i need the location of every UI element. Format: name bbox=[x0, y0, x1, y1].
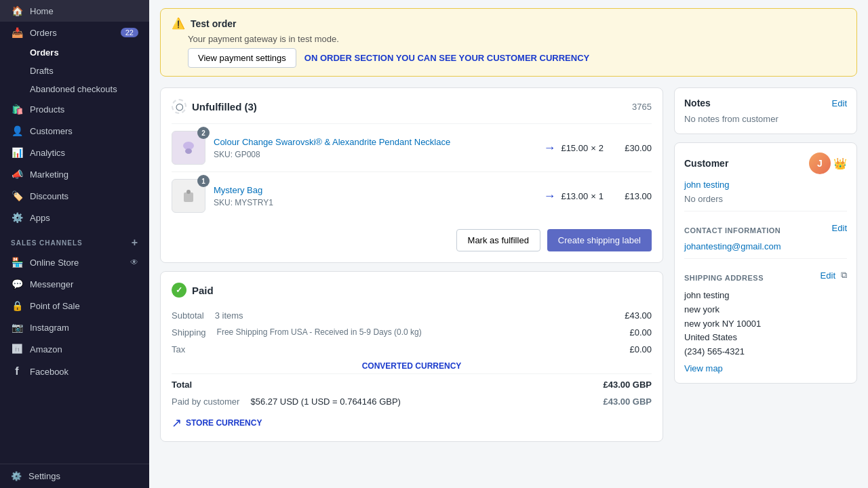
sidebar-item-marketing[interactable]: 📣 Marketing bbox=[0, 163, 149, 185]
view-payment-settings-button[interactable]: View payment settings bbox=[188, 48, 296, 68]
unfulfilled-title: ◯ Unfulfilled (3) bbox=[172, 99, 257, 114]
sidebar-item-pos[interactable]: 🔒 Point of Sale bbox=[0, 295, 149, 317]
order-item-2: 1 Mystery Bag SKU: MYSTRY1 → £13.00 × 1 bbox=[172, 171, 652, 220]
customer-info: john testing bbox=[684, 180, 847, 190]
shipping-row: Shipping Free Shipping From USA - Receiv… bbox=[172, 324, 652, 341]
contact-header: CONTACT INFORMATION bbox=[684, 226, 781, 235]
item-1-total: £30.00 bbox=[614, 143, 652, 153]
sidebar-item-orders[interactable]: 📥 Orders 22 bbox=[0, 22, 149, 43]
item-2-qty-badge: 1 bbox=[197, 175, 210, 187]
pos-icon: 🔒 bbox=[11, 300, 23, 311]
create-shipping-label-button[interactable]: Create shipping label bbox=[547, 229, 652, 251]
sidebar-item-facebook[interactable]: f Facebook bbox=[0, 360, 149, 383]
svg-point-3 bbox=[186, 190, 191, 194]
paid-icon: ✓ bbox=[172, 283, 186, 298]
sidebar-subitem-abandoned[interactable]: Abandoned checkouts bbox=[0, 80, 149, 98]
item-1-unit-price: £15.00 bbox=[561, 143, 588, 153]
sidebar-label-analytics: Analytics bbox=[30, 148, 65, 158]
banner-title: ⚠️ Test order bbox=[172, 17, 846, 30]
sidebar-label-apps: Apps bbox=[30, 213, 50, 223]
orders-badge: 22 bbox=[121, 28, 138, 37]
order-number: 3765 bbox=[632, 102, 652, 112]
item-2-pricing: → £13.00 × 1 £13.00 bbox=[543, 189, 652, 203]
customer-card: Customer J 👑 john testing No orders CONT… bbox=[674, 142, 857, 384]
sales-channels-header: SALES CHANNELS + bbox=[0, 228, 149, 251]
item-2-unit-price: £13.00 bbox=[561, 191, 588, 201]
sidebar-label-orders: Orders bbox=[30, 28, 57, 38]
sidebar-label-facebook: Facebook bbox=[30, 367, 68, 377]
unfulfilled-card: ◯ Unfulfilled (3) 3765 2 Colour Change S… bbox=[160, 87, 663, 263]
online-store-icon: 🏪 bbox=[11, 257, 23, 268]
notes-title: Notes bbox=[684, 98, 711, 108]
svg-point-1 bbox=[185, 148, 192, 154]
customer-header: Customer J 👑 bbox=[684, 152, 847, 174]
sidebar-label-customers: Customers bbox=[30, 126, 73, 136]
item-2-total: £13.00 bbox=[614, 191, 652, 201]
paid-by-row: Paid by customer $56.27 USD (1 USD = 0.7… bbox=[172, 393, 652, 410]
home-icon: 🏠 bbox=[11, 5, 23, 16]
shipping-address-section: SHIPPING ADDRESS Edit ⧉ john testing new… bbox=[684, 258, 847, 373]
marketing-icon: 📣 bbox=[11, 169, 23, 180]
sidebar-item-home[interactable]: 🏠 Home bbox=[0, 0, 149, 22]
customer-avatar-wrap: J 👑 bbox=[809, 152, 847, 174]
sidebar-item-messenger[interactable]: 💬 Messenger bbox=[0, 273, 149, 295]
item-1-name[interactable]: Colour Change Swarovski® & Alexandrite P… bbox=[214, 136, 535, 148]
sidebar-label-instagram: Instagram bbox=[30, 323, 69, 333]
customer-name-link[interactable]: john testing bbox=[684, 180, 730, 190]
sidebar-item-instagram[interactable]: 📷 Instagram bbox=[0, 317, 149, 338]
sidebar-item-amazon[interactable]: 🅰 Amazon bbox=[0, 338, 149, 360]
contact-email[interactable]: johantesting@gmail.com bbox=[684, 241, 781, 251]
instagram-icon: 📷 bbox=[11, 322, 23, 333]
item-2-img-wrap: 1 bbox=[172, 179, 205, 213]
item-1-qty: 2 bbox=[599, 143, 604, 153]
mark-as-fulfilled-button[interactable]: Mark as fulfilled bbox=[456, 229, 540, 251]
online-store-eye-icon: 👁 bbox=[130, 258, 138, 267]
discounts-icon: 🏷️ bbox=[11, 190, 23, 201]
sidebar-item-discounts[interactable]: 🏷️ Discounts bbox=[0, 185, 149, 207]
apps-icon: ⚙️ bbox=[11, 212, 23, 223]
notes-edit-button[interactable]: Edit bbox=[832, 98, 847, 108]
add-sales-channel-icon[interactable]: + bbox=[132, 237, 138, 249]
shipping-edit-button[interactable]: Edit bbox=[821, 270, 835, 281]
contact-edit-button[interactable]: Edit bbox=[832, 223, 847, 233]
sidebar-item-customers[interactable]: 👤 Customers bbox=[0, 120, 149, 142]
item-2-info: Mystery Bag SKU: MYSTRY1 bbox=[214, 184, 535, 207]
amazon-icon: 🅰 bbox=[11, 344, 23, 354]
store-currency-note: ↗ STORE CURRENCY bbox=[172, 415, 652, 430]
sidebar-item-analytics[interactable]: 📊 Analytics bbox=[0, 142, 149, 163]
sidebar-label-discounts: Discounts bbox=[30, 191, 68, 201]
item-2-name[interactable]: Mystery Bag bbox=[214, 184, 535, 197]
sidebar-subitem-orders[interactable]: Orders bbox=[0, 43, 149, 62]
order-item-1: 2 Colour Change Swarovski® & Alexandrite… bbox=[172, 123, 652, 171]
sidebar: 🏠 Home 📥 Orders 22 Orders Drafts Abandon… bbox=[0, 0, 149, 488]
banner-subtitle: Your payment gateway is in test mode. bbox=[188, 34, 846, 44]
contact-info-section: CONTACT INFORMATION Edit johantesting@gm… bbox=[684, 211, 847, 251]
banner-actions: View payment settings ON ORDER SECTION Y… bbox=[188, 48, 846, 68]
customer-avatar: J bbox=[809, 152, 831, 174]
sidebar-item-online-store[interactable]: 🏪 Online Store 👁 bbox=[0, 251, 149, 273]
sidebar-label-home: Home bbox=[30, 6, 54, 16]
analytics-icon: 📊 bbox=[11, 147, 23, 158]
tax-row: Tax £0.00 bbox=[172, 341, 652, 358]
view-map-link[interactable]: View map bbox=[684, 363, 847, 373]
customer-title: Customer bbox=[684, 158, 728, 169]
paid-title: ✓ Paid bbox=[172, 283, 652, 298]
sidebar-item-products[interactable]: 🛍️ Products bbox=[0, 98, 149, 120]
copy-icon[interactable]: ⧉ bbox=[841, 270, 847, 281]
sidebar-item-apps[interactable]: ⚙️ Apps bbox=[0, 207, 149, 228]
products-icon: 🛍️ bbox=[11, 104, 23, 115]
banner-annotation: ON ORDER SECTION YOU CAN SEE YOUR CUSTOM… bbox=[304, 53, 589, 63]
orders-icon: 📥 bbox=[11, 27, 23, 38]
item-2-sku: SKU: MYSTRY1 bbox=[214, 198, 535, 207]
fulfillment-actions: Mark as fulfilled Create shipping label bbox=[172, 229, 652, 251]
settings-icon: ⚙️ bbox=[11, 471, 22, 481]
sidebar-item-settings[interactable]: ⚙️ Settings bbox=[0, 464, 149, 488]
item-2-qty: 1 bbox=[599, 191, 604, 201]
sidebar-label-messenger: Messenger bbox=[30, 279, 73, 289]
test-order-banner: ⚠️ Test order Your payment gateway is in… bbox=[160, 8, 857, 77]
sidebar-label-marketing: Marketing bbox=[30, 169, 68, 180]
sidebar-subitem-drafts[interactable]: Drafts bbox=[0, 62, 149, 80]
subtotal-row: Subtotal 3 items £43.00 bbox=[172, 307, 652, 324]
item-1-pricing: → £15.00 × 2 £30.00 bbox=[543, 141, 652, 155]
paid-card: ✓ Paid Subtotal 3 items £43.00 Shipping … bbox=[160, 271, 663, 442]
